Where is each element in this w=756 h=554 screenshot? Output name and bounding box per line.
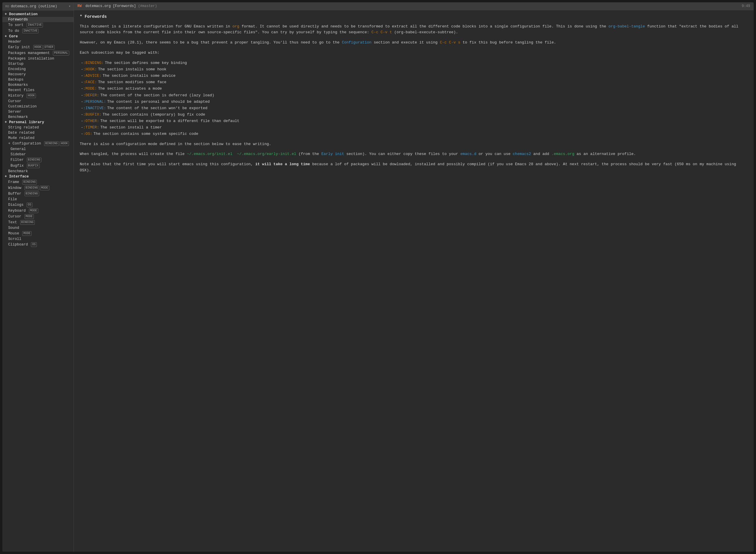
tag-defer: - :DEFER: The content of the section is … xyxy=(80,93,748,98)
early-init-section-link[interactable]: Early init xyxy=(321,152,344,156)
nav-group-personal-library[interactable]: + Personal library xyxy=(2,120,73,125)
nav-item-encoding[interactable]: Encoding xyxy=(2,66,73,72)
content-paragraph-3: Each subsection may be tagged with: xyxy=(80,50,748,56)
nav-item-sidebar[interactable]: Sidebar xyxy=(2,152,73,157)
nav-item-buffer[interactable]: Buffer BINDING xyxy=(2,191,73,197)
nav-item-forewords[interactable]: Forewords xyxy=(2,17,73,22)
nav-item-early-init[interactable]: Early init HOOKOTHER xyxy=(2,44,73,50)
nav-item-packages-install[interactable]: Packages installation xyxy=(2,56,73,61)
nav-item-text[interactable]: Text BINDING xyxy=(2,220,73,225)
nav-item-header[interactable]: Header xyxy=(2,39,73,44)
nav-item-date-related[interactable]: Date related xyxy=(2,130,73,135)
nav-item-configuration[interactable]: + Configuration BINDINGHOOK xyxy=(2,141,73,147)
nav-item-recent-files[interactable]: Recent files xyxy=(2,88,73,93)
left-nav: + Documentation Forewords To sort INACTI… xyxy=(2,10,73,552)
left-mode-badge: RO xyxy=(5,5,9,8)
cc-cv-s-code: C-c C-v s xyxy=(440,40,460,45)
right-time-info: 9:49 xyxy=(742,4,750,8)
nav-item-packages-mgmt[interactable]: Packages management PERSONAL xyxy=(2,50,73,56)
tag-personal: - :PERSONAL: The content is personal and… xyxy=(80,99,748,105)
long-time-text: it will take a long time xyxy=(255,162,310,166)
nav-item-string-related[interactable]: String related xyxy=(2,125,73,130)
content-paragraph-2: However, on my Emacs (28.1), there seems… xyxy=(80,40,748,46)
emacs-d-link[interactable]: emacs.d xyxy=(460,152,476,156)
nav-item-frame[interactable]: Frame BINDING xyxy=(2,179,73,185)
nav-item-sound[interactable]: Sound xyxy=(2,225,73,231)
nav-item-recovery[interactable]: Recovery xyxy=(2,72,73,77)
tag-advice: - :ADVICE: The section installs some adv… xyxy=(80,73,748,79)
cc-cv-t-code: C-c C-v t xyxy=(371,30,392,35)
nav-item-history[interactable]: History HOOK xyxy=(2,93,73,99)
org-link[interactable]: org xyxy=(233,24,239,29)
tag-list: - :BINDING: The section defines some key… xyxy=(80,60,748,137)
right-panel-header: RW dotemacs.org [Forewords] (#master) 9:… xyxy=(74,2,754,10)
right-mode-badge: RW xyxy=(78,4,82,8)
tag-face: - :FACE: The section modifies some face xyxy=(80,79,748,85)
configuration-link[interactable]: Configuration xyxy=(342,40,371,45)
tag-bugfix: - :BUGFIX: The section contains (tempora… xyxy=(80,112,748,118)
nav-item-scroll[interactable]: Scroll xyxy=(2,236,73,242)
nav-item-to-do[interactable]: To do INACTIVE xyxy=(2,28,73,34)
nav-item-general[interactable]: General xyxy=(2,147,73,152)
content-paragraph-config: There is also a configuration mode defin… xyxy=(80,141,748,148)
chemacs2-link[interactable]: chemacs2 xyxy=(513,152,531,156)
tag-other: - :OTHER: The section will be exported t… xyxy=(80,118,748,124)
nav-item-startup[interactable]: Startup xyxy=(2,61,73,66)
nav-item-cursor2[interactable]: Cursor MODE xyxy=(2,214,73,220)
content-area: * Forewords This document is a literate … xyxy=(74,10,754,552)
content-paragraph-1: This document is a literate configuratio… xyxy=(80,24,748,36)
nav-item-customization[interactable]: Customization xyxy=(2,104,73,109)
content-title: * Forewords xyxy=(80,14,748,20)
emacs-org-link[interactable]: .emacs.org xyxy=(552,152,574,156)
right-branch-info: (#master) xyxy=(138,4,157,8)
tag-os: - :OS: The section contains some system … xyxy=(80,131,748,137)
nav-item-bookmarks[interactable]: Bookmarks xyxy=(2,82,73,88)
content-paragraph-tangle: When tangled, the process will create th… xyxy=(80,151,748,157)
nav-item-mu4e-related[interactable]: Mu4e related xyxy=(2,135,73,141)
nav-item-mouse[interactable]: Mouse MODE xyxy=(2,231,73,236)
nav-item-benchmark2[interactable]: Benchmark xyxy=(2,169,73,174)
nav-item-keyboard[interactable]: Keyboard MODE xyxy=(2,208,73,214)
init-el-link[interactable]: ~/.emacs.org/init.el xyxy=(187,152,233,156)
nav-group-core[interactable]: + Core xyxy=(2,34,73,39)
nav-item-backups[interactable]: Backups xyxy=(2,77,73,82)
nav-item-server[interactable]: Server xyxy=(2,109,73,114)
early-init-el-link[interactable]: ~/.emacs.org/early-init.el xyxy=(237,152,296,156)
right-panel: RW dotemacs.org [Forewords] (#master) 9:… xyxy=(74,2,754,552)
nav-item-dialogs[interactable]: Dialogs OS xyxy=(2,202,73,208)
left-panel-header: RO dotemacs.org (outline) ▾ xyxy=(2,2,73,10)
nav-group-interface[interactable]: + Interface xyxy=(2,174,73,179)
right-header-left: RW dotemacs.org [Forewords] (#master) xyxy=(78,4,157,8)
nav-item-window[interactable]: Window BINDINGMODE xyxy=(2,185,73,191)
nav-item-filter[interactable]: Filter BINDING xyxy=(2,157,73,163)
nav-item-to-sort[interactable]: To sort INACTIVE xyxy=(2,22,73,28)
content-paragraph-note: Note also that the first time you will s… xyxy=(80,161,748,174)
right-file-title: dotemacs.org [Forewords] xyxy=(86,4,136,8)
tag-mode: - :MODE: The section activates a mode xyxy=(80,86,748,92)
org-babel-tangle-link[interactable]: org-babel-tangle xyxy=(608,24,645,29)
tag-hook: - :HOOK: The section installs some hook xyxy=(80,66,748,72)
nav-item-file[interactable]: File xyxy=(2,197,73,202)
left-panel-title: dotemacs.org (outline) xyxy=(11,4,57,8)
nav-item-benchmark[interactable]: Benchmark xyxy=(2,114,73,120)
nav-item-clipboard[interactable]: Clipboard OS xyxy=(2,242,73,247)
left-panel: RO dotemacs.org (outline) ▾ + Documentat… xyxy=(2,2,74,552)
tag-timer: - :TIMER: The section install a timer xyxy=(80,125,748,130)
dropdown-arrow-icon[interactable]: ▾ xyxy=(69,4,71,8)
nav-item-cursor[interactable]: Cursor xyxy=(2,99,73,104)
tag-inactive: - :INACTIVE: The content of the section … xyxy=(80,105,748,111)
nav-item-bugfix[interactable]: Bugfix BUGFIX xyxy=(2,163,73,169)
nav-group-documentation[interactable]: + Documentation xyxy=(2,12,73,17)
tag-binding: - :BINDING: The section defines some key… xyxy=(80,60,748,66)
